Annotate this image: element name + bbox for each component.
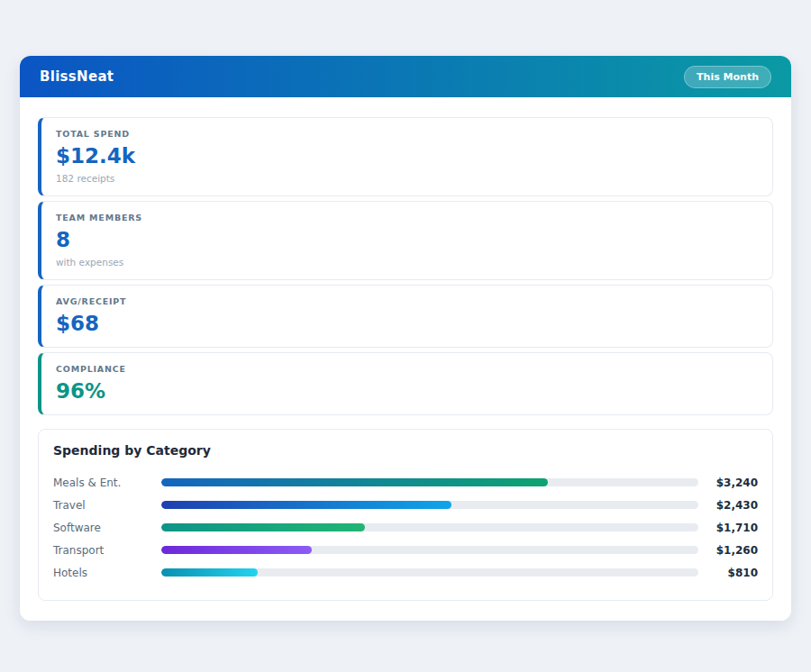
stat-sub: 182 receipts xyxy=(56,173,758,184)
stat-label: AVG/RECEIPT xyxy=(56,296,758,306)
app-header: BlissNeat This Month xyxy=(20,56,791,97)
category-amount: $1,260 xyxy=(709,544,758,557)
category-row-travel: Travel $2,430 xyxy=(53,494,758,516)
category-amount: $3,240 xyxy=(709,477,758,489)
stat-value: 8 xyxy=(56,228,758,251)
stat-card-avg-receipt: AVG/RECEIPT $68 xyxy=(38,285,773,348)
category-amount: $2,430 xyxy=(709,499,758,512)
stat-value: $12.4k xyxy=(56,144,758,168)
category-row-transport: Transport $1,260 xyxy=(53,539,758,561)
stat-value: $68 xyxy=(56,312,758,335)
category-amount: $810 xyxy=(709,567,758,579)
bar-track xyxy=(161,478,698,486)
month-badge[interactable]: This Month xyxy=(684,66,771,88)
stat-label: TEAM MEMBERS xyxy=(56,213,758,222)
stat-value: 96% xyxy=(56,379,758,403)
category-row-software: Software $1,710 xyxy=(53,516,758,539)
stat-card-compliance: COMPLIANCE 96% xyxy=(38,352,773,415)
stat-label: COMPLIANCE xyxy=(56,364,758,374)
bar-track xyxy=(161,568,698,577)
stat-sub: with expenses xyxy=(56,257,758,268)
category-row-meals: Meals & Ent. $3,240 xyxy=(53,471,758,494)
bar-fill xyxy=(161,568,258,577)
bar-track xyxy=(161,501,698,509)
panel-body: TOTAL SPEND $12.4k 182 receipts TEAM MEM… xyxy=(20,97,791,621)
category-label: Transport xyxy=(53,544,161,557)
stat-label: TOTAL SPEND xyxy=(56,129,758,139)
stat-card-team-members: TEAM MEMBERS 8 with expenses xyxy=(38,201,773,280)
category-amount: $1,710 xyxy=(709,522,758,534)
chart-title: Spending by Category xyxy=(53,443,758,458)
category-label: Software xyxy=(53,522,161,534)
bar-fill xyxy=(161,478,548,486)
bar-track xyxy=(161,546,698,554)
dashboard-panel: BlissNeat This Month TOTAL SPEND $12.4k … xyxy=(20,56,791,621)
bar-track xyxy=(161,523,698,531)
category-label: Travel xyxy=(53,499,161,512)
spending-by-category-card: Spending by Category Meals & Ent. $3,240… xyxy=(38,429,773,601)
bar-fill xyxy=(161,523,365,531)
category-label: Hotels xyxy=(53,567,161,579)
bar-fill xyxy=(161,501,451,509)
category-label: Meals & Ent. xyxy=(53,477,161,489)
bar-fill xyxy=(161,546,312,554)
stat-card-total-spend: TOTAL SPEND $12.4k 182 receipts xyxy=(38,117,773,196)
category-row-hotels: Hotels $810 xyxy=(53,561,758,584)
app-title: BlissNeat xyxy=(40,68,114,85)
